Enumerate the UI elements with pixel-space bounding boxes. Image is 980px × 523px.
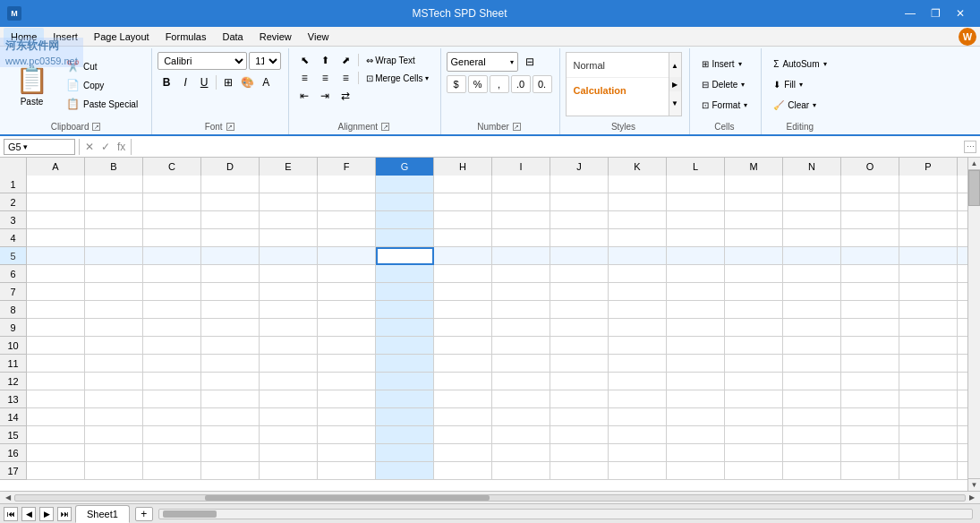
sheet-scrollbar[interactable]	[158, 509, 973, 519]
cell-I12[interactable]	[492, 373, 550, 390]
cell-H3[interactable]	[434, 211, 492, 229]
cell-P10[interactable]	[899, 337, 958, 355]
cell-E16[interactable]	[260, 444, 318, 462]
paste-button[interactable]: 📋 Paste	[7, 52, 56, 118]
cell-M6[interactable]	[725, 265, 783, 283]
align-right-button[interactable]: ≡	[336, 70, 355, 86]
row-header-3[interactable]: 3	[0, 211, 27, 229]
cell-F12[interactable]	[318, 373, 376, 390]
cell-Q17[interactable]	[958, 462, 967, 480]
cell-L7[interactable]	[667, 283, 725, 301]
cell-P6[interactable]	[899, 265, 958, 283]
cell-C6[interactable]	[143, 265, 201, 283]
cell-B10[interactable]	[85, 337, 143, 355]
row-header-1[interactable]: 1	[0, 176, 27, 193]
cell-C12[interactable]	[143, 373, 201, 390]
cell-F2[interactable]	[318, 193, 376, 211]
cell-N13[interactable]	[783, 390, 841, 408]
cell-K11[interactable]	[609, 355, 667, 373]
style-normal[interactable]: Normal	[567, 53, 681, 78]
cell-D9[interactable]	[201, 319, 260, 337]
cell-E15[interactable]	[260, 426, 318, 444]
cell-F5[interactable]	[318, 247, 376, 265]
cell-M14[interactable]	[725, 408, 783, 426]
cell-A17[interactable]	[27, 462, 85, 480]
cell-C7[interactable]	[143, 283, 201, 301]
align-top-right-button[interactable]: ⬈	[336, 52, 355, 68]
formula-function-icon[interactable]: fx	[115, 141, 127, 153]
cell-D10[interactable]	[201, 337, 260, 355]
cell-F7[interactable]	[318, 283, 376, 301]
cell-K12[interactable]	[609, 373, 667, 390]
cell-M7[interactable]	[725, 283, 783, 301]
cell-O13[interactable]	[841, 390, 899, 408]
cell-K10[interactable]	[609, 337, 667, 355]
row-header-14[interactable]: 14	[0, 408, 27, 426]
cell-H4[interactable]	[434, 229, 492, 247]
vertical-scrollbar[interactable]: ▲ ▼	[967, 158, 980, 491]
style-calculation[interactable]: Calculation	[567, 78, 681, 103]
cell-B16[interactable]	[85, 444, 143, 462]
cell-Q10[interactable]	[958, 337, 967, 355]
cell-C11[interactable]	[143, 355, 201, 373]
row-header-16[interactable]: 16	[0, 444, 27, 462]
cell-O6[interactable]	[841, 265, 899, 283]
cell-L14[interactable]	[667, 408, 725, 426]
cell-A12[interactable]	[27, 373, 85, 390]
cell-O15[interactable]	[841, 426, 899, 444]
cell-A3[interactable]	[27, 211, 85, 229]
cell-L2[interactable]	[667, 193, 725, 211]
col-header-A[interactable]: A	[27, 158, 85, 176]
cell-L4[interactable]	[667, 229, 725, 247]
cell-M1[interactable]	[725, 176, 783, 193]
cell-I1[interactable]	[492, 176, 550, 193]
cell-C8[interactable]	[143, 301, 201, 319]
cell-K17[interactable]	[609, 462, 667, 480]
cell-F1[interactable]	[318, 176, 376, 193]
cell-J9[interactable]	[550, 319, 609, 337]
number-expand-icon[interactable]: ↗	[513, 123, 521, 131]
cell-Q3[interactable]	[958, 211, 967, 229]
merge-cells-button[interactable]: ⊡ Merge Cells ▾	[362, 70, 432, 86]
cell-I10[interactable]	[492, 337, 550, 355]
cell-A8[interactable]	[27, 301, 85, 319]
cell-O2[interactable]	[841, 193, 899, 211]
italic-button[interactable]: I	[176, 73, 194, 91]
cell-H7[interactable]	[434, 283, 492, 301]
cell-O16[interactable]	[841, 444, 899, 462]
cell-I15[interactable]	[492, 426, 550, 444]
cell-H12[interactable]	[434, 373, 492, 390]
cell-L11[interactable]	[667, 355, 725, 373]
cell-Q13[interactable]	[958, 390, 967, 408]
cell-I16[interactable]	[492, 444, 550, 462]
cell-P9[interactable]	[899, 319, 958, 337]
col-header-E[interactable]: E	[260, 158, 318, 176]
cell-G11[interactable]	[376, 355, 434, 373]
cell-F8[interactable]	[318, 301, 376, 319]
cell-H13[interactable]	[434, 390, 492, 408]
cell-B2[interactable]	[85, 193, 143, 211]
increase-decimal-button[interactable]: .0	[511, 75, 531, 93]
cell-I6[interactable]	[492, 265, 550, 283]
cell-F3[interactable]	[318, 211, 376, 229]
sheet-scrollbar-handle[interactable]	[163, 510, 217, 518]
cell-M11[interactable]	[725, 355, 783, 373]
cell-G9[interactable]	[376, 319, 434, 337]
cell-K3[interactable]	[609, 211, 667, 229]
cell-J17[interactable]	[550, 462, 609, 480]
cell-B5[interactable]	[85, 247, 143, 265]
delete-button[interactable]: ⊟ Delete ▾	[695, 74, 752, 94]
cell-F17[interactable]	[318, 462, 376, 480]
cell-D4[interactable]	[201, 229, 260, 247]
cell-P7[interactable]	[899, 283, 958, 301]
cell-E3[interactable]	[260, 211, 318, 229]
cell-G15[interactable]	[376, 426, 434, 444]
cell-N12[interactable]	[783, 373, 841, 390]
cell-B7[interactable]	[85, 283, 143, 301]
row-header-10[interactable]: 10	[0, 337, 27, 355]
styles-expand-right[interactable]: ▶	[669, 77, 681, 91]
cell-B12[interactable]	[85, 373, 143, 390]
cell-H8[interactable]	[434, 301, 492, 319]
cell-H16[interactable]	[434, 444, 492, 462]
cell-K15[interactable]	[609, 426, 667, 444]
